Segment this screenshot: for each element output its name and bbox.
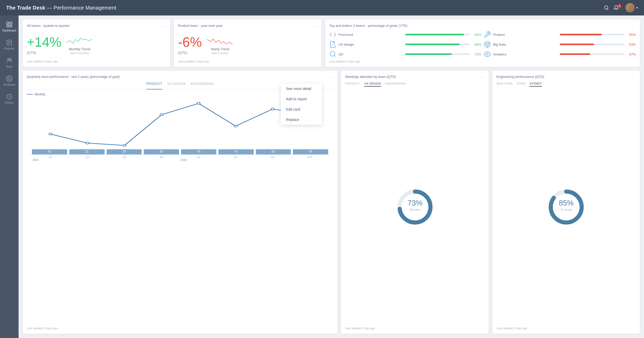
goals-grid: Front-end 91% Product <box>329 31 636 58</box>
all-teams-footer: Last updated 4 days ago <box>27 58 166 63</box>
goal-qa-name: QA <box>338 52 403 56</box>
goal-product-name: Product <box>493 33 558 37</box>
goal-bigdata-pct: 53% <box>626 43 636 46</box>
all-teams-metric: +14% <box>27 34 61 50</box>
all-teams-title: All teams - quarter-to-quarter <box>27 24 70 28</box>
engineering-donut-container: 85% On target <box>496 89 636 325</box>
meetings-card: Meetings attended by team (QTD) ··· PROD… <box>341 71 489 334</box>
goal-product-bar <box>560 34 602 35</box>
meetings-footer: Last updated 1 day ago <box>345 325 485 330</box>
ux-icon <box>329 41 336 48</box>
svg-rect-2 <box>7 22 9 24</box>
notification-badge-count: 1 <box>618 4 621 8</box>
sidebar-item-dashboard[interactable]: Dashboard <box>0 18 19 36</box>
sidebar-item-team[interactable]: Team <box>0 54 19 72</box>
meetings-tab-ux[interactable]: UX DESIGN <box>364 82 381 87</box>
engineering-menu[interactable]: ··· <box>631 75 636 79</box>
goal-product: Product 65% <box>484 31 636 38</box>
meetings-donut-svg: 73% Attended <box>394 186 436 228</box>
sidebar-item-configure[interactable]: Configure <box>0 72 19 90</box>
top-row: All teams - quarter-to-quarter ··· +14% … <box>23 20 640 67</box>
svg-point-11 <box>10 58 11 60</box>
context-edit-card[interactable]: Edit card <box>281 104 322 114</box>
sidebar-item-reports[interactable]: Reports <box>0 36 19 54</box>
goal-ux-bar <box>405 44 460 45</box>
all-teams-trend-label: Monthly Trend <box>69 47 90 51</box>
context-add-report[interactable]: Add to report <box>281 94 322 104</box>
goal-ux-name: UX design <box>338 43 403 46</box>
context-replace[interactable]: Replace <box>281 114 322 125</box>
goal-frontend-bar-bg <box>405 34 470 35</box>
svg-point-0 <box>605 6 608 9</box>
engineering-card: Engineering performance (QTD) ··· NEW YO… <box>492 71 640 334</box>
goals-menu[interactable]: ··· <box>631 24 636 28</box>
search-button[interactable] <box>604 5 609 10</box>
product-team-sparkline <box>207 34 233 47</box>
meetings-menu[interactable]: ··· <box>480 75 485 79</box>
svg-point-26 <box>486 53 488 55</box>
svg-point-24 <box>330 52 335 56</box>
all-teams-metric-sub: (QTD) <box>27 51 61 55</box>
engineering-donut-svg: 85% On target <box>546 186 587 228</box>
goal-frontend-bar <box>405 34 464 35</box>
legend-label: Monthly <box>35 93 45 96</box>
goal-bigdata-bar <box>560 44 594 45</box>
user-profile[interactable]: ▾ <box>625 3 638 12</box>
goal-frontend-pct: 91% <box>472 33 481 37</box>
goal-analytics: Analytics 47% <box>484 51 636 58</box>
svg-text:On target: On target <box>561 208 572 211</box>
tools-icon <box>484 31 491 38</box>
goals-footer: Last updated 4 days ago <box>329 58 636 63</box>
svg-text:Attended: Attended <box>410 208 420 211</box>
meetings-title: Meetings attended by team (QTD) <box>345 75 396 79</box>
product-team-menu[interactable]: ··· <box>312 24 317 28</box>
tab-engineering[interactable]: ENGINEERING <box>191 82 214 87</box>
svg-line-25 <box>334 55 335 57</box>
app-title: The Trade Desk — Performance Management <box>6 5 116 11</box>
meetings-tabs: PRODUCT UX DESIGN ENGINEERING <box>345 82 485 87</box>
all-teams-menu[interactable]: ··· <box>161 24 166 28</box>
avatar <box>625 3 635 12</box>
quarterly-menu[interactable]: ··· <box>328 75 333 79</box>
quarterly-title: Quarterly team performance - last 2 year… <box>27 75 120 79</box>
legend-line <box>27 94 33 95</box>
notification-button[interactable]: 1 ▾ <box>614 5 621 10</box>
svg-text:73%: 73% <box>408 199 422 207</box>
all-teams-card: All teams - quarter-to-quarter ··· +14% … <box>23 20 170 67</box>
goal-qa-pct: 72% <box>472 52 481 56</box>
engineering-title: Engineering performance (QTD) <box>496 75 544 79</box>
bar-q2-2016: 47 <box>218 149 254 154</box>
meetings-tab-engineering[interactable]: ENGINEERING <box>385 82 406 87</box>
goal-qa: QA 72% <box>329 51 481 58</box>
meetings-tab-product[interactable]: PRODUCT <box>345 82 360 87</box>
goals-card: Top and bottom 3 teams - percentage of g… <box>325 20 640 67</box>
sidebar-item-history[interactable]: History <box>0 90 19 108</box>
goal-ux-bar-bg <box>405 44 470 45</box>
analytics-icon <box>484 51 491 58</box>
goal-analytics-bar <box>560 53 590 55</box>
svg-rect-4 <box>7 25 9 27</box>
goal-qa-bar-bg <box>405 53 470 55</box>
goal-ux: UX design 84% <box>329 41 481 48</box>
goal-frontend: Front-end 91% <box>329 31 481 38</box>
goal-analytics-name: Analytics <box>493 52 558 56</box>
quarterly-footer: Last updated 2 days ago <box>27 325 333 330</box>
bar-q3-2016: 63 <box>256 149 291 154</box>
product-team-metric: -6% <box>178 34 202 50</box>
tab-product[interactable]: PRODUCT <box>146 82 163 89</box>
engineering-tabs: NEW YORK PUNE SYDNEY <box>496 82 636 87</box>
quarterly-card: Quarterly team performance - last 2 year… <box>23 71 337 334</box>
engineering-tab-ny[interactable]: NEW YORK <box>496 82 513 87</box>
svg-rect-3 <box>10 22 12 24</box>
svg-text:85%: 85% <box>559 199 574 207</box>
context-see-more[interactable]: See more detail <box>281 84 322 94</box>
goal-bigdata-bar-bg <box>560 44 624 45</box>
product-team-title: Product team - year-over-year <box>178 24 223 28</box>
goal-bigdata: Big Data 53% <box>484 41 636 48</box>
svg-line-1 <box>607 9 608 10</box>
tab-ux-design[interactable]: UX DESIGN <box>167 82 186 87</box>
qa-icon <box>329 51 336 58</box>
engineering-tab-sydney[interactable]: SYDNEY <box>529 82 542 87</box>
engineering-tab-pune[interactable]: PUNE <box>517 82 526 87</box>
bar-q1-2016: 78 <box>181 149 216 154</box>
